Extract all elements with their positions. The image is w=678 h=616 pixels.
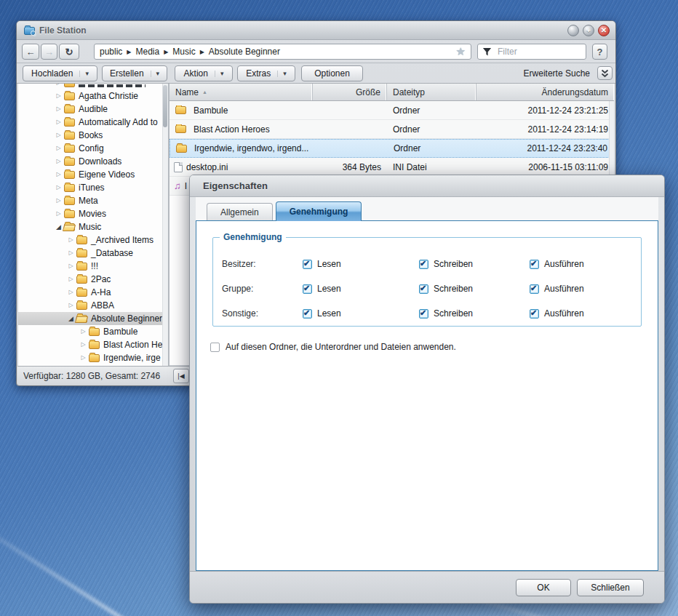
collapsed-twisty-icon[interactable]: ▷: [67, 250, 75, 256]
help-button[interactable]: ?: [592, 44, 607, 60]
advanced-search-expand-button[interactable]: [597, 66, 613, 80]
tree-item-abba[interactable]: ▷ABBA: [18, 299, 168, 312]
expanded-twisty-icon[interactable]: ◢: [67, 316, 75, 322]
breadcrumb-segment-media[interactable]: Media: [136, 47, 160, 57]
column-header-type[interactable]: Dateityp: [387, 84, 476, 100]
collapsed-twisty-icon[interactable]: ▷: [67, 237, 75, 243]
tree-item-config[interactable]: ▷Config: [18, 142, 168, 155]
tree-item-archived-items[interactable]: ▷_Archived Items: [18, 233, 168, 247]
tree-item-2pac[interactable]: ▷2Pac: [18, 273, 168, 286]
permission-besitzer-schreiben[interactable]: ✔Schreiben: [419, 259, 530, 269]
tree-item-clipped[interactable]: ▷: [18, 84, 168, 89]
collapsed-twisty-icon[interactable]: ▷: [55, 198, 63, 204]
permission-sonstige-schreiben[interactable]: ✔Schreiben: [419, 308, 530, 319]
tab-allgemein[interactable]: Allgemein: [207, 203, 273, 220]
tree-item-eigene-videos[interactable]: ▷Eigene Videos: [18, 168, 168, 181]
tree-item-audible[interactable]: ▷Audible: [18, 103, 168, 116]
refresh-button[interactable]: ↻: [59, 44, 79, 60]
tree-item-item[interactable]: ▷!!!: [18, 260, 168, 273]
tree-item-absolute-beginner[interactable]: ◢Absolute Beginner: [18, 312, 168, 325]
minimize-button[interactable]: [567, 25, 579, 36]
tree-item-books[interactable]: ▷Books: [18, 129, 168, 142]
collapsed-twisty-icon[interactable]: ▷: [79, 355, 87, 361]
tree-item-blast-action-he[interactable]: ▷Blast Action He: [18, 338, 168, 351]
collapsed-twisty-icon[interactable]: ▷: [55, 185, 63, 191]
checkbox-sonstige-ausfuhren[interactable]: ✔: [530, 309, 539, 319]
tab-genehmigung[interactable]: Genehmigung: [276, 201, 362, 221]
checkbox-sonstige-lesen[interactable]: ✔: [303, 309, 312, 319]
collapsed-twisty-icon[interactable]: ▷: [55, 132, 63, 138]
tree-item-irgendwie-irge[interactable]: ▷Irgendwie, irge: [18, 351, 168, 364]
permission-besitzer-ausfuhren[interactable]: ✔Ausführen: [530, 259, 641, 269]
tree-item-automatically-add-to[interactable]: ▷Automatically Add to: [18, 116, 168, 129]
tree-item-itunes[interactable]: ▷iTunes: [18, 181, 168, 194]
tree-item-a-ha[interactable]: ▷A-Ha: [18, 286, 168, 299]
tree-item-downloads[interactable]: ▷Downloads: [18, 155, 168, 168]
collapsed-twisty-icon[interactable]: ▷: [55, 106, 63, 112]
column-header-name[interactable]: Name▲: [170, 84, 313, 100]
collapsed-twisty-icon[interactable]: ▷: [67, 263, 75, 269]
erstellen-button[interactable]: Erstellen▾: [102, 65, 167, 81]
filter-input[interactable]: [496, 46, 581, 57]
collapsed-twisty-icon[interactable]: ▷: [55, 145, 63, 151]
back-button[interactable]: ←: [22, 44, 39, 60]
permission-sonstige-lesen[interactable]: ✔Lesen: [303, 308, 419, 319]
aktion-button[interactable]: Aktion▾: [175, 65, 233, 81]
file-row-blast-action-heroes[interactable]: Blast Action HeroesOrdner2011-12-24 23:1…: [170, 120, 614, 139]
breadcrumb-segment-absolute-beginner[interactable]: Absolute Beginner: [209, 47, 280, 57]
permission-gruppe-ausfuhren[interactable]: ✔Ausführen: [530, 284, 641, 294]
collapsed-twisty-icon[interactable]: ▷: [67, 289, 75, 295]
permission-gruppe-lesen[interactable]: ✔Lesen: [303, 284, 419, 294]
checkbox-besitzer-lesen[interactable]: ✔: [303, 260, 312, 269]
checkbox-gruppe-schreiben[interactable]: ✔: [419, 284, 428, 294]
ok-button[interactable]: OK: [516, 579, 571, 596]
file-row-bambule[interactable]: BambuleOrdner2011-12-24 23:21:25: [170, 101, 614, 120]
collapsed-twisty-icon[interactable]: ▷: [79, 329, 87, 335]
tree-scrollbar[interactable]: [162, 84, 168, 367]
checkbox-besitzer-ausfuhren[interactable]: ✔: [530, 260, 539, 269]
column-header-size[interactable]: Größe: [313, 84, 387, 100]
collapsed-twisty-icon[interactable]: ▷: [79, 342, 87, 348]
breadcrumb-segment-public[interactable]: public: [100, 47, 122, 57]
checkbox-gruppe-ausfuhren[interactable]: ✔: [530, 284, 539, 294]
collapsed-twisty-icon[interactable]: ▷: [55, 159, 63, 164]
collapse-tree-button[interactable]: |◀: [173, 369, 189, 383]
permission-sonstige-ausfuhren[interactable]: ✔Ausführen: [530, 308, 641, 319]
tree-item-agatha-christie[interactable]: ▷Agatha Christie: [18, 89, 168, 103]
hochladen-button[interactable]: Hochladen▾: [23, 65, 97, 81]
checkbox-besitzer-schreiben[interactable]: ✔: [419, 260, 428, 269]
collapsed-twisty-icon[interactable]: ▷: [67, 276, 75, 282]
forward-button[interactable]: →: [41, 44, 57, 60]
apply-checkbox[interactable]: [210, 343, 220, 352]
tree-item-meta[interactable]: ▷Meta: [18, 194, 168, 207]
permission-besitzer-lesen[interactable]: ✔Lesen: [303, 259, 419, 269]
maximize-button[interactable]: +: [583, 25, 594, 36]
dialog-titlebar[interactable]: Eigenschaften: [190, 175, 664, 197]
tree-scrollbar-thumb[interactable]: [163, 85, 167, 127]
checkbox-gruppe-lesen[interactable]: ✔: [303, 284, 312, 294]
file-row-irgendwie-irgendwo-irgend[interactable]: Irgendwie, irgendwo, irgend...Ordner2011…: [170, 139, 614, 158]
collapsed-twisty-icon[interactable]: ▷: [55, 93, 63, 99]
collapsed-twisty-icon[interactable]: ▷: [55, 211, 63, 217]
extras-button[interactable]: Extras▾: [237, 65, 295, 81]
breadcrumb[interactable]: public▶Media▶Music▶Absolute Beginner★: [94, 44, 471, 60]
window-titlebar[interactable]: File Station + ✕: [17, 21, 615, 40]
tree-item-bambule[interactable]: ▷Bambule: [18, 325, 168, 338]
favorite-star-icon[interactable]: ★: [456, 45, 466, 58]
apply-checkbox-row[interactable]: Auf diesen Ordner, die Unterordner und D…: [210, 342, 658, 352]
optionen-button[interactable]: Optionen: [301, 65, 363, 81]
schliessen-button[interactable]: Schließen: [577, 579, 644, 596]
collapsed-twisty-icon[interactable]: ▷: [55, 172, 63, 177]
column-header-date[interactable]: Änderungsdatum: [476, 84, 614, 100]
expanded-twisty-icon[interactable]: ◢: [55, 224, 63, 231]
tree-item-music[interactable]: ◢Music: [18, 220, 168, 233]
collapsed-twisty-icon[interactable]: ▷: [67, 303, 75, 308]
tree-item-database[interactable]: ▷_Database: [18, 247, 168, 260]
collapsed-twisty-icon[interactable]: ▷: [55, 119, 63, 125]
tree-item-movies[interactable]: ▷Movies: [18, 207, 168, 220]
collapsed-twisty-icon[interactable]: ▷: [55, 84, 63, 86]
close-button[interactable]: ✕: [598, 25, 610, 36]
checkbox-sonstige-schreiben[interactable]: ✔: [419, 309, 428, 319]
permission-gruppe-schreiben[interactable]: ✔Schreiben: [419, 284, 530, 294]
breadcrumb-segment-music[interactable]: Music: [172, 47, 195, 57]
